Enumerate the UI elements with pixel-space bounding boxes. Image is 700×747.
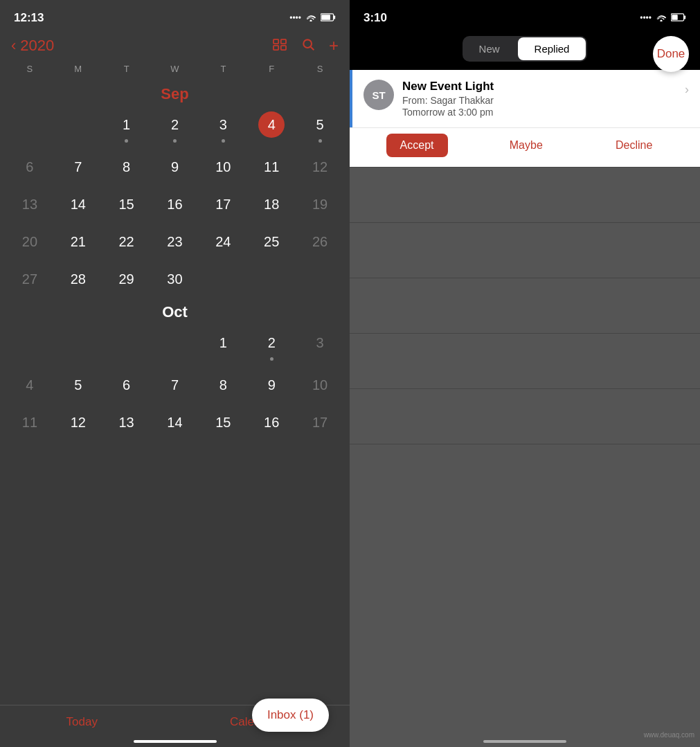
table-row[interactable]: 8	[199, 366, 247, 404]
table-row[interactable]: 1	[102, 106, 151, 148]
table-row[interactable]: 11	[6, 404, 54, 441]
table-row[interactable]: 11	[247, 148, 296, 186]
table-row[interactable]: 14	[151, 404, 199, 441]
table-row[interactable]: 12	[296, 148, 344, 186]
table-row	[54, 106, 102, 148]
table-row	[6, 324, 54, 366]
day-header-s2: S	[296, 61, 344, 77]
month-sep: Sep	[6, 85, 344, 103]
table-row[interactable]: 7	[54, 148, 102, 186]
event-info: New Event Light From: Sagar Thakkar Tomo…	[402, 80, 676, 118]
table-row[interactable]: 12	[54, 404, 102, 441]
table-row[interactable]: 1	[199, 324, 247, 366]
tab-today[interactable]: Today	[58, 711, 106, 733]
maybe-button[interactable]: Maybe	[499, 134, 554, 157]
table-row	[199, 260, 247, 298]
table-row[interactable]: 28	[54, 260, 102, 298]
table-row[interactable]: 14	[54, 186, 102, 223]
status-time-left: 12:13	[14, 11, 44, 25]
table-row[interactable]: 9	[151, 148, 199, 186]
day-headers: S M T W T F S	[0, 58, 350, 80]
table-row[interactable]: 17	[199, 186, 247, 223]
table-row[interactable]: 15	[199, 404, 247, 441]
table-row[interactable]: 8	[102, 148, 151, 186]
table-row[interactable]: 25	[247, 223, 296, 260]
empty-section-3	[350, 278, 700, 334]
table-row[interactable]: 10	[296, 366, 344, 404]
table-row[interactable]: 19	[296, 186, 344, 223]
day-header-w: W	[151, 61, 199, 77]
table-row[interactable]: 9	[247, 366, 296, 404]
table-row	[296, 260, 344, 298]
new-filter-button[interactable]: New	[463, 36, 517, 62]
table-row[interactable]: 17	[296, 404, 344, 441]
table-row[interactable]: 22	[102, 223, 151, 260]
table-row	[6, 106, 54, 148]
table-row[interactable]: 16	[151, 186, 199, 223]
table-row	[247, 260, 296, 298]
inbox-controls: New Replied Done	[350, 30, 700, 70]
status-bar-right: 3:10 ••••	[350, 0, 700, 30]
event-time: Tomorrow at 3:00 pm	[402, 107, 676, 118]
segmented-control[interactable]: New Replied	[463, 36, 588, 62]
calendar-list-icon[interactable]	[272, 38, 287, 54]
calendar-actions: +	[272, 36, 339, 55]
search-icon[interactable]	[301, 37, 315, 55]
table-row[interactable]: 4	[6, 366, 54, 404]
table-row[interactable]: 3	[296, 324, 344, 366]
table-row[interactable]: 7	[151, 366, 199, 404]
battery-icon-right	[671, 12, 686, 24]
table-row[interactable]: 26	[296, 223, 344, 260]
event-card-inner[interactable]: ST New Event Light From: Sagar Thakkar T…	[350, 70, 700, 127]
wifi-icon	[305, 12, 316, 24]
empty-section-1	[350, 168, 700, 223]
replied-filter-button[interactable]: Replied	[518, 37, 586, 60]
table-row[interactable]: 13	[6, 186, 54, 223]
table-row[interactable]: 29	[102, 260, 151, 298]
battery-icon	[321, 13, 336, 24]
table-row[interactable]: 10	[199, 148, 247, 186]
add-event-icon[interactable]: +	[329, 36, 339, 55]
event-from: From: Sagar Thakkar	[402, 95, 676, 106]
table-row	[151, 324, 199, 366]
avatar: ST	[364, 80, 394, 110]
chevron-right-icon[interactable]: ›	[685, 80, 689, 97]
calendar-header: ‹ 2020 +	[0, 30, 350, 58]
table-row[interactable]: 24	[199, 223, 247, 260]
done-button[interactable]: Done	[653, 36, 689, 72]
table-row[interactable]: 16	[247, 404, 296, 441]
table-row[interactable]: 21	[54, 223, 102, 260]
calendar-panel: 12:13 •••• ‹ 2020	[0, 0, 350, 747]
day-header-m: M	[54, 61, 102, 77]
table-row[interactable]: 5	[296, 106, 344, 148]
table-row[interactable]: 30	[151, 260, 199, 298]
table-row[interactable]: 3	[199, 106, 247, 148]
table-row[interactable]: 23	[151, 223, 199, 260]
table-row[interactable]: 6	[102, 366, 151, 404]
signal-icon-right: ••••	[640, 13, 652, 23]
table-row	[54, 324, 102, 366]
tab-inbox[interactable]: Inbox (1)	[252, 699, 329, 732]
table-row[interactable]: 5	[54, 366, 102, 404]
year-nav[interactable]: ‹ 2020	[11, 37, 54, 55]
back-arrow-icon[interactable]: ‹	[11, 37, 16, 55]
table-row[interactable]: 4	[247, 106, 296, 148]
table-row[interactable]: 2	[151, 106, 199, 148]
accept-button[interactable]: Accept	[386, 134, 448, 157]
table-row[interactable]: 18	[247, 186, 296, 223]
calendar-year[interactable]: 2020	[20, 37, 54, 55]
table-row[interactable]: 13	[102, 404, 151, 441]
empty-section-4	[350, 334, 700, 389]
table-row[interactable]: 2	[247, 324, 296, 366]
table-row[interactable]: 6	[6, 148, 54, 186]
day-header-t1: T	[102, 61, 151, 77]
table-row[interactable]: 20	[6, 223, 54, 260]
empty-sections	[350, 168, 700, 747]
month-oct: Oct	[6, 303, 344, 321]
svg-line-8	[311, 46, 314, 50]
table-row[interactable]: 27	[6, 260, 54, 298]
decline-button[interactable]: Decline	[604, 134, 663, 157]
svg-rect-3	[273, 39, 278, 43]
table-row[interactable]: 15	[102, 186, 151, 223]
status-icons-left: ••••	[289, 12, 336, 24]
